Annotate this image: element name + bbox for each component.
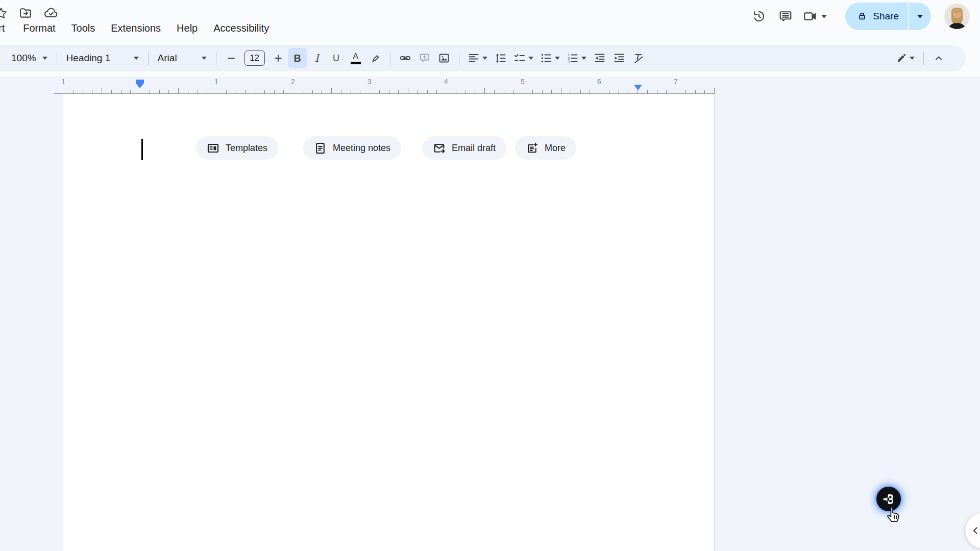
- ruler-tick: [590, 90, 590, 93]
- add-comment-button[interactable]: [415, 48, 434, 68]
- compose-more-icon: [526, 142, 538, 155]
- share-button[interactable]: Share: [845, 3, 908, 30]
- ruler-tick: [484, 88, 485, 93]
- show-side-panel-button[interactable]: [965, 512, 980, 549]
- font-select[interactable]: Arial: [154, 48, 211, 68]
- ruler-number: 1: [214, 78, 218, 86]
- ruler-tick: [351, 90, 351, 93]
- ruler-tick: [389, 90, 389, 93]
- right-indent-marker[interactable]: [634, 85, 642, 90]
- chip-email-draft[interactable]: Email draft: [422, 136, 506, 160]
- video-call-dropdown-icon[interactable]: [821, 15, 827, 18]
- insert-image-button[interactable]: [434, 48, 454, 68]
- ruler-tick: [542, 90, 543, 93]
- menu-bar: rt Format Tools Extensions Help Accessib…: [0, 20, 285, 36]
- ruler-tick: [341, 90, 341, 93]
- chip-label: Templates: [226, 143, 267, 154]
- ruler-number: 4: [444, 78, 448, 86]
- ruler-tick: [666, 90, 667, 93]
- menu-item-accessibility[interactable]: Accessibility: [213, 22, 269, 34]
- insert-link-button[interactable]: [396, 48, 415, 68]
- italic-button[interactable]: I: [307, 48, 327, 68]
- ruler-tick: [303, 90, 303, 93]
- account-avatar[interactable]: [944, 4, 970, 29]
- menu-item-tools[interactable]: Tools: [71, 22, 95, 34]
- comments-icon[interactable]: [772, 3, 799, 30]
- star-icon[interactable]: [0, 6, 9, 21]
- document-page[interactable]: Templates Meeting notes Email draft More: [63, 94, 715, 551]
- zoom-select[interactable]: 100%: [7, 48, 52, 68]
- collapse-toolbar-button[interactable]: [929, 48, 948, 68]
- chevron-down-icon: [482, 57, 487, 60]
- menu-item-extensions[interactable]: Extensions: [111, 22, 161, 34]
- share-button-label: Share: [873, 11, 899, 22]
- bold-button[interactable]: B: [288, 48, 307, 68]
- ruler-tick: [121, 90, 121, 93]
- ruler-tick: [436, 90, 437, 93]
- ruler-tick: [551, 90, 552, 93]
- increase-indent-button[interactable]: [609, 48, 629, 68]
- decrease-indent-button[interactable]: [590, 48, 609, 68]
- chip-label: More: [545, 143, 566, 154]
- ruler-tick: [714, 88, 715, 93]
- zoom-value: 100%: [11, 53, 36, 64]
- share-dropdown-icon[interactable]: [909, 3, 931, 30]
- ruler-number: 7: [674, 78, 678, 86]
- align-button[interactable]: [464, 48, 491, 68]
- folder-move-icon[interactable]: [18, 6, 33, 21]
- svg-text:3: 3: [568, 60, 570, 64]
- template-icon: [207, 142, 219, 155]
- share-button-group: Share: [845, 3, 931, 30]
- meeting-notes-icon: [314, 142, 327, 155]
- ruler-tick: [571, 90, 571, 93]
- font-size-input[interactable]: 12: [244, 51, 265, 66]
- chip-templates[interactable]: Templates: [196, 136, 278, 160]
- underline-button[interactable]: U: [327, 48, 346, 68]
- decrease-font-size-button[interactable]: [222, 48, 241, 68]
- chevron-down-icon: [42, 57, 47, 60]
- font-value: Arial: [158, 53, 177, 64]
- ruler-tick: [198, 90, 198, 93]
- clear-formatting-button[interactable]: [629, 48, 648, 68]
- chip-meeting-notes[interactable]: Meeting notes: [303, 136, 401, 160]
- formatting-toolbar: 100% Heading 1 Arial 12 B I U A: [0, 45, 966, 71]
- highlight-color-button[interactable]: [365, 48, 385, 68]
- increase-font-size-button[interactable]: [268, 48, 288, 68]
- cloud-check-icon[interactable]: [43, 6, 59, 21]
- ruler-tick: [130, 90, 131, 93]
- ruler-tick: [274, 90, 275, 93]
- ruler-tick: [379, 90, 380, 93]
- editing-mode-button[interactable]: [892, 48, 918, 68]
- chevron-down-icon: [910, 57, 915, 60]
- numbered-list-button[interactable]: 123: [564, 48, 590, 68]
- video-call-icon[interactable]: [799, 3, 821, 30]
- ruler-tick: [628, 90, 628, 93]
- chip-more[interactable]: More: [515, 136, 576, 160]
- menu-item-help[interactable]: Help: [177, 22, 198, 34]
- left-indent-marker[interactable]: [136, 80, 144, 88]
- ruler-tick: [619, 90, 619, 93]
- line-spacing-button[interactable]: [491, 48, 510, 68]
- paragraph-style-select[interactable]: Heading 1: [62, 48, 143, 68]
- ruler-tick: [456, 90, 456, 93]
- toolbar-divider: [148, 52, 149, 65]
- text-cursor-caret: [141, 139, 143, 160]
- ruler-number: 1: [61, 78, 65, 86]
- toolbar-divider: [459, 52, 459, 65]
- editing-mode-pen-icon: [896, 53, 907, 64]
- toolbar-divider: [57, 52, 57, 65]
- lock-icon: [856, 11, 868, 22]
- toolbar-divider: [923, 52, 924, 65]
- text-color-button[interactable]: A: [346, 48, 365, 68]
- checklist-button[interactable]: [510, 48, 537, 68]
- bulleted-list-button[interactable]: [537, 48, 564, 68]
- horizontal-ruler[interactable]: 11234567: [0, 77, 980, 94]
- ruler-tick: [73, 90, 74, 93]
- menu-item-format[interactable]: Format: [23, 22, 55, 34]
- ruler-tick: [255, 88, 255, 93]
- ruler-tick: [312, 90, 313, 93]
- menu-item-insert-partial[interactable]: rt: [0, 22, 5, 34]
- ruler-tick: [532, 90, 533, 93]
- version-history-icon[interactable]: [746, 3, 772, 30]
- ruler-tick: [102, 88, 102, 93]
